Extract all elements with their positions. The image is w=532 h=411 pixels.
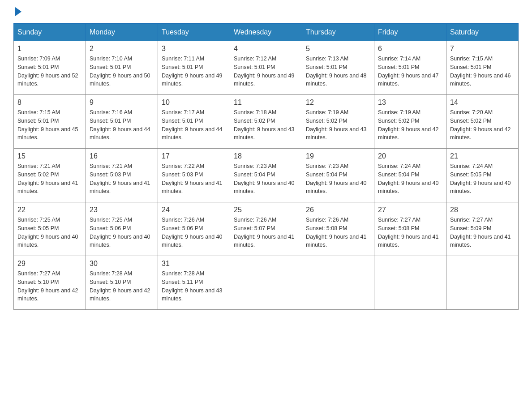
day-number: 5 — [306, 45, 370, 53]
logo-general-text — [13, 9, 21, 16]
day-number: 16 — [90, 152, 154, 160]
calendar-cell: 28 Sunrise: 7:27 AMSunset: 5:09 PMDaylig… — [446, 202, 519, 256]
calendar-week-row: 29 Sunrise: 7:27 AMSunset: 5:10 PMDaylig… — [14, 256, 519, 310]
logo — [13, 9, 21, 14]
day-info: Sunrise: 7:26 AMSunset: 5:06 PMDaylight:… — [162, 216, 226, 249]
day-info: Sunrise: 7:23 AMSunset: 5:04 PMDaylight:… — [306, 162, 370, 196]
day-info: Sunrise: 7:13 AMSunset: 5:01 PMDaylight:… — [306, 55, 370, 88]
day-number: 14 — [450, 98, 515, 107]
calendar-cell: 7 Sunrise: 7:15 AMSunset: 5:01 PMDayligh… — [446, 41, 519, 95]
day-number: 27 — [378, 206, 442, 214]
day-info: Sunrise: 7:12 AMSunset: 5:01 PMDaylight:… — [234, 55, 298, 88]
calendar-cell: 2 Sunrise: 7:10 AMSunset: 5:01 PMDayligh… — [86, 41, 158, 95]
day-info: Sunrise: 7:26 AMSunset: 5:07 PMDaylight:… — [234, 216, 298, 249]
day-info: Sunrise: 7:14 AMSunset: 5:01 PMDaylight:… — [378, 55, 442, 88]
day-number: 28 — [450, 206, 515, 214]
day-info: Sunrise: 7:24 AMSunset: 5:04 PMDaylight:… — [378, 162, 442, 196]
calendar-cell: 30 Sunrise: 7:28 AMSunset: 5:10 PMDaylig… — [86, 256, 158, 310]
calendar-cell: 12 Sunrise: 7:19 AMSunset: 5:02 PMDaylig… — [302, 95, 374, 149]
day-info: Sunrise: 7:25 AMSunset: 5:05 PMDaylight:… — [17, 216, 82, 249]
calendar-cell: 4 Sunrise: 7:12 AMSunset: 5:01 PMDayligh… — [230, 41, 302, 95]
calendar-cell: 21 Sunrise: 7:24 AMSunset: 5:05 PMDaylig… — [446, 149, 519, 202]
day-info: Sunrise: 7:16 AMSunset: 5:01 PMDaylight:… — [90, 108, 154, 142]
day-info: Sunrise: 7:19 AMSunset: 5:02 PMDaylight:… — [378, 108, 442, 142]
calendar-header-row: SundayMondayTuesdayWednesdayThursdayFrid… — [14, 24, 519, 41]
logo-arrow-icon — [15, 7, 21, 16]
day-info: Sunrise: 7:28 AMSunset: 5:11 PMDaylight:… — [162, 270, 226, 303]
day-number: 10 — [162, 98, 226, 107]
calendar-cell: 16 Sunrise: 7:21 AMSunset: 5:03 PMDaylig… — [86, 149, 158, 202]
day-number: 3 — [162, 45, 226, 53]
calendar-week-row: 22 Sunrise: 7:25 AMSunset: 5:05 PMDaylig… — [14, 202, 519, 256]
calendar-cell: 20 Sunrise: 7:24 AMSunset: 5:04 PMDaylig… — [374, 149, 446, 202]
day-number: 18 — [234, 152, 298, 160]
day-info: Sunrise: 7:23 AMSunset: 5:04 PMDaylight:… — [234, 162, 298, 196]
day-number: 17 — [162, 152, 226, 160]
calendar-week-row: 8 Sunrise: 7:15 AMSunset: 5:01 PMDayligh… — [14, 95, 519, 149]
calendar-cell: 24 Sunrise: 7:26 AMSunset: 5:06 PMDaylig… — [158, 202, 230, 256]
day-info: Sunrise: 7:22 AMSunset: 5:03 PMDaylight:… — [162, 162, 226, 196]
day-number: 9 — [90, 98, 154, 107]
column-header-monday: Monday — [86, 24, 158, 41]
calendar-cell: 9 Sunrise: 7:16 AMSunset: 5:01 PMDayligh… — [86, 95, 158, 149]
day-number: 24 — [162, 206, 226, 214]
calendar-cell: 23 Sunrise: 7:25 AMSunset: 5:06 PMDaylig… — [86, 202, 158, 256]
calendar-cell: 26 Sunrise: 7:26 AMSunset: 5:08 PMDaylig… — [302, 202, 374, 256]
day-info: Sunrise: 7:15 AMSunset: 5:01 PMDaylight:… — [17, 108, 82, 142]
day-info: Sunrise: 7:10 AMSunset: 5:01 PMDaylight:… — [90, 55, 154, 88]
calendar-cell: 5 Sunrise: 7:13 AMSunset: 5:01 PMDayligh… — [302, 41, 374, 95]
calendar-cell: 17 Sunrise: 7:22 AMSunset: 5:03 PMDaylig… — [158, 149, 230, 202]
day-info: Sunrise: 7:28 AMSunset: 5:10 PMDaylight:… — [90, 270, 154, 303]
day-info: Sunrise: 7:19 AMSunset: 5:02 PMDaylight:… — [306, 108, 370, 142]
day-info: Sunrise: 7:21 AMSunset: 5:02 PMDaylight:… — [17, 162, 82, 196]
column-header-saturday: Saturday — [446, 24, 519, 41]
day-info: Sunrise: 7:11 AMSunset: 5:01 PMDaylight:… — [162, 55, 226, 88]
day-number: 4 — [234, 45, 298, 53]
calendar-week-row: 1 Sunrise: 7:09 AMSunset: 5:01 PMDayligh… — [14, 41, 519, 95]
calendar-cell: 29 Sunrise: 7:27 AMSunset: 5:10 PMDaylig… — [14, 256, 86, 310]
day-number: 2 — [90, 45, 154, 53]
day-number: 21 — [450, 152, 515, 160]
calendar-week-row: 15 Sunrise: 7:21 AMSunset: 5:02 PMDaylig… — [14, 149, 519, 202]
day-info: Sunrise: 7:27 AMSunset: 5:09 PMDaylight:… — [450, 216, 515, 249]
column-header-tuesday: Tuesday — [158, 24, 230, 41]
day-number: 1 — [17, 45, 82, 53]
day-info: Sunrise: 7:17 AMSunset: 5:01 PMDaylight:… — [162, 108, 226, 142]
day-number: 6 — [378, 45, 442, 53]
column-header-sunday: Sunday — [14, 24, 86, 41]
day-info: Sunrise: 7:15 AMSunset: 5:01 PMDaylight:… — [450, 55, 515, 88]
calendar-cell: 6 Sunrise: 7:14 AMSunset: 5:01 PMDayligh… — [374, 41, 446, 95]
calendar-cell: 13 Sunrise: 7:19 AMSunset: 5:02 PMDaylig… — [374, 95, 446, 149]
day-info: Sunrise: 7:27 AMSunset: 5:10 PMDaylight:… — [17, 270, 82, 303]
day-number: 20 — [378, 152, 442, 160]
calendar-cell: 1 Sunrise: 7:09 AMSunset: 5:01 PMDayligh… — [14, 41, 86, 95]
calendar-cell: 22 Sunrise: 7:25 AMSunset: 5:05 PMDaylig… — [14, 202, 86, 256]
calendar-cell: 14 Sunrise: 7:20 AMSunset: 5:02 PMDaylig… — [446, 95, 519, 149]
calendar-cell: 27 Sunrise: 7:27 AMSunset: 5:08 PMDaylig… — [374, 202, 446, 256]
column-header-thursday: Thursday — [302, 24, 374, 41]
column-header-friday: Friday — [374, 24, 446, 41]
day-number: 22 — [17, 206, 82, 214]
day-info: Sunrise: 7:25 AMSunset: 5:06 PMDaylight:… — [90, 216, 154, 249]
day-number: 7 — [450, 45, 515, 53]
calendar-cell — [446, 256, 519, 310]
day-number: 30 — [90, 260, 154, 268]
day-number: 23 — [90, 206, 154, 214]
calendar-cell: 31 Sunrise: 7:28 AMSunset: 5:11 PMDaylig… — [158, 256, 230, 310]
calendar-cell — [302, 256, 374, 310]
day-info: Sunrise: 7:18 AMSunset: 5:02 PMDaylight:… — [234, 108, 298, 142]
day-info: Sunrise: 7:27 AMSunset: 5:08 PMDaylight:… — [378, 216, 442, 249]
calendar-cell: 3 Sunrise: 7:11 AMSunset: 5:01 PMDayligh… — [158, 41, 230, 95]
day-number: 13 — [378, 98, 442, 107]
calendar-cell: 25 Sunrise: 7:26 AMSunset: 5:07 PMDaylig… — [230, 202, 302, 256]
day-info: Sunrise: 7:26 AMSunset: 5:08 PMDaylight:… — [306, 216, 370, 249]
calendar-cell — [230, 256, 302, 310]
calendar-cell — [374, 256, 446, 310]
day-info: Sunrise: 7:09 AMSunset: 5:01 PMDaylight:… — [17, 55, 82, 88]
page-header — [13, 9, 519, 14]
calendar-cell: 8 Sunrise: 7:15 AMSunset: 5:01 PMDayligh… — [14, 95, 86, 149]
day-number: 11 — [234, 98, 298, 107]
day-info: Sunrise: 7:21 AMSunset: 5:03 PMDaylight:… — [90, 162, 154, 196]
day-number: 8 — [17, 98, 82, 107]
calendar-cell: 10 Sunrise: 7:17 AMSunset: 5:01 PMDaylig… — [158, 95, 230, 149]
